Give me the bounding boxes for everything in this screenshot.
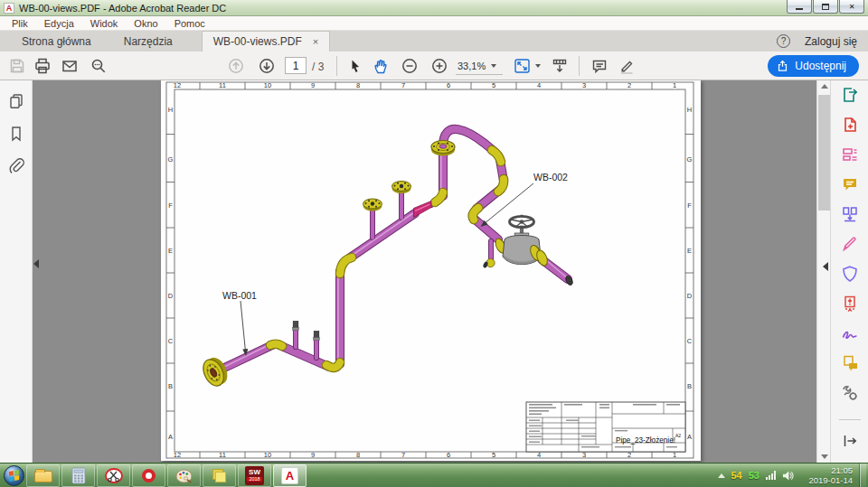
certificates-signature-icon[interactable] — [841, 324, 859, 342]
share-button-label: Udostępnij — [795, 60, 846, 72]
minimize-icon — [796, 8, 803, 10]
send-for-review-icon[interactable] — [841, 354, 859, 372]
window-titlebar: A WB-00-views.PDF - Adobe Acrobat Reader… — [0, 0, 868, 16]
fill-sign-icon[interactable] — [841, 235, 859, 253]
page-number-input[interactable] — [285, 57, 307, 74]
scroll-up-icon[interactable] — [821, 84, 828, 89]
tab-document-label: WB-00-views.PDF — [213, 35, 302, 48]
volume-icon[interactable] — [782, 470, 794, 482]
next-page-icon[interactable] — [259, 58, 275, 74]
menu-okno[interactable]: Okno — [126, 18, 165, 29]
svg-text:E: E — [168, 247, 173, 255]
export-pdf-icon[interactable] — [841, 86, 859, 104]
combine-files-icon[interactable] — [841, 205, 859, 223]
tab-document[interactable]: WB-00-views.PDF × — [202, 31, 330, 52]
taskbar-acrobat-button[interactable]: A — [273, 464, 307, 487]
comment-tool-icon[interactable] — [841, 175, 859, 193]
end-flange — [199, 354, 231, 389]
solidworks-icon: SW 2018 — [245, 466, 264, 485]
more-tools-icon[interactable] — [841, 384, 859, 402]
document-viewport[interactable]: 121110987654321 121110987654321 HGFEDCBA… — [33, 80, 830, 463]
menu-edycja[interactable]: Edycja — [36, 18, 82, 29]
tray-sensor-green[interactable]: 53 — [749, 470, 760, 481]
previous-page-icon[interactable] — [228, 58, 244, 74]
taskbar-sticky-notes-button[interactable] — [203, 464, 236, 487]
svg-text:9: 9 — [311, 451, 315, 459]
page-thumbnails-icon[interactable] — [8, 93, 24, 109]
tab-home[interactable]: Strona główna — [5, 31, 108, 52]
network-signal-icon[interactable] — [766, 471, 776, 480]
start-button[interactable] — [4, 465, 24, 486]
taskbar-opera-button[interactable] — [132, 464, 165, 487]
menu-widok[interactable]: Widok — [82, 18, 127, 29]
save-icon[interactable] — [9, 58, 25, 74]
svg-text:5: 5 — [492, 451, 495, 459]
zoom-out-icon[interactable] — [401, 58, 418, 74]
svg-text:B: B — [168, 382, 173, 390]
zoom-in-icon[interactable] — [431, 58, 448, 74]
comment-icon[interactable] — [591, 58, 608, 74]
open-tools-pane-icon[interactable] — [841, 432, 859, 450]
svg-text:C: C — [168, 337, 174, 345]
svg-text:F: F — [168, 201, 173, 210]
page-count-label: / 3 — [312, 61, 324, 73]
protect-icon[interactable] — [841, 265, 859, 283]
clock-time: 21:05 — [800, 465, 853, 475]
chevron-down-icon — [491, 64, 496, 68]
scroll-down-icon[interactable] — [821, 454, 828, 459]
taskbar-paint-button[interactable] — [167, 464, 201, 487]
tray-overflow-icon[interactable] — [718, 473, 725, 478]
bookmarks-icon[interactable] — [8, 126, 24, 142]
svg-text:1: 1 — [673, 81, 676, 89]
tab-tools[interactable]: Narzędzia — [108, 31, 189, 52]
taskbar-solidworks-button[interactable]: SW 2018 — [238, 464, 271, 487]
right-panel-collapse-handle[interactable] — [823, 262, 828, 271]
toolbar-divider — [579, 56, 580, 76]
select-tool-icon[interactable] — [347, 58, 363, 74]
create-pdf-icon[interactable] — [841, 116, 859, 134]
svg-text:7: 7 — [401, 451, 405, 459]
tab-close-icon[interactable]: × — [313, 37, 318, 47]
taskbar-clock[interactable]: 21:05 2019-01-14 — [800, 465, 853, 486]
left-panel-collapse-handle[interactable] — [33, 259, 39, 268]
windows-logo-icon — [9, 470, 19, 482]
email-icon[interactable] — [61, 58, 78, 74]
tray-sensor-yellow[interactable]: 54 — [731, 470, 742, 481]
taskbar-snipping-tool-button[interactable] — [97, 464, 130, 487]
help-icon[interactable]: ? — [777, 34, 790, 48]
highlight-pen-icon[interactable] — [618, 58, 635, 74]
scrollbar-thumb[interactable] — [818, 95, 830, 211]
maximize-button[interactable] — [813, 0, 838, 14]
svg-text:G: G — [168, 155, 174, 164]
svg-text:H: H — [168, 106, 173, 114]
zoom-level-combo[interactable]: 33,1% — [456, 58, 503, 75]
svg-text:A: A — [168, 433, 173, 441]
menu-pomoc[interactable]: Pomoc — [166, 18, 213, 29]
menu-bar: Plik Edycja Widok Okno Pomoc — [0, 16, 868, 31]
svg-text:12: 12 — [174, 81, 181, 89]
label-wb001: WB-001 — [222, 290, 257, 301]
share-button[interactable]: Udostępnij — [768, 55, 859, 77]
taskbar-explorer-button[interactable] — [26, 464, 60, 487]
edit-pdf-icon[interactable] — [841, 145, 859, 164]
minimize-button[interactable] — [787, 0, 812, 14]
stub-flange — [392, 182, 411, 194]
title-block: Pipe_23-Złożenie! A2 — [526, 402, 685, 452]
fit-options-caret-icon[interactable] — [535, 64, 541, 68]
svg-text:A: A — [687, 433, 692, 441]
hand-tool-icon[interactable] — [373, 58, 389, 74]
svg-text:E: E — [687, 247, 692, 255]
close-button[interactable]: ✕ — [839, 0, 864, 14]
sign-in-button[interactable]: Zaloguj się — [805, 35, 857, 48]
taskbar-calculator-button[interactable] — [61, 464, 95, 487]
attachments-icon[interactable] — [8, 158, 24, 174]
vertical-scrollbar[interactable] — [816, 80, 830, 463]
search-icon[interactable] — [90, 58, 107, 74]
page-scrolling-icon[interactable] — [552, 58, 568, 74]
compress-pdf-icon[interactable] — [841, 295, 859, 313]
print-icon[interactable] — [34, 58, 51, 74]
menu-plik[interactable]: Plik — [4, 18, 36, 29]
svg-text:11: 11 — [219, 451, 226, 459]
fit-page-icon[interactable] — [514, 58, 532, 74]
show-desktop-button[interactable] — [859, 464, 866, 487]
